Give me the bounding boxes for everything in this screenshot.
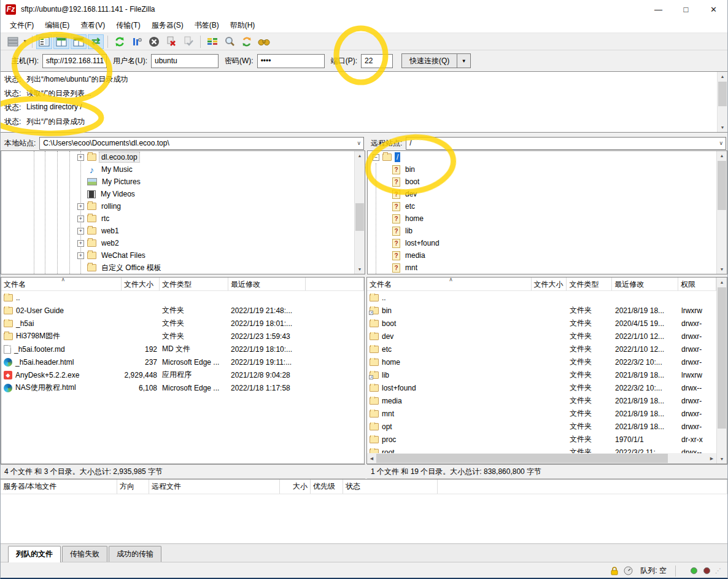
column-header-name[interactable]: 文件名∧	[367, 278, 532, 290]
reconnect-button[interactable]	[180, 34, 196, 49]
username-input[interactable]: ubuntu	[151, 54, 219, 68]
tree-item[interactable]: −/	[368, 151, 727, 163]
file-row[interactable]: ◆AnyDesk+5.2.2.exe2,929,448应用程序2021/12/8…	[1, 368, 364, 381]
find-files-button[interactable]	[222, 34, 238, 49]
toggle-remote-tree-button[interactable]	[71, 34, 87, 49]
expand-icon[interactable]: +	[77, 203, 84, 210]
expand-icon[interactable]: +	[77, 154, 84, 161]
file-row[interactable]: ..	[1, 291, 364, 304]
disconnect-button[interactable]	[163, 34, 179, 49]
refresh-button[interactable]	[112, 34, 128, 49]
scroll-down-icon[interactable]: ▼	[717, 454, 727, 464]
gauge-icon[interactable]	[624, 566, 633, 575]
column-header-type[interactable]: 文件类型	[160, 278, 228, 290]
column-header-type[interactable]: 文件类型	[567, 278, 612, 290]
file-row[interactable]: Hi3798M固件文件夹2022/1/23 1:59:43	[1, 330, 364, 343]
menu-edit[interactable]: 编辑(E)	[39, 18, 75, 33]
queue-column-priority[interactable]: 优先级	[311, 480, 343, 494]
tree-item[interactable]: ?mnt	[368, 262, 727, 274]
local-path-combo[interactable]: C:\Users\ecoo\Documents\dl.ecoo.top\ ∨	[39, 137, 364, 150]
maximize-button[interactable]: □	[672, 0, 700, 18]
scroll-down-icon[interactable]: ▼	[717, 265, 727, 274]
tree-item[interactable]: ?lost+found	[368, 237, 727, 249]
tree-item[interactable]: ?home	[368, 212, 727, 225]
tree-item[interactable]: +web1	[1, 225, 365, 237]
tree-item[interactable]: +dl.ecoo.top	[1, 151, 365, 163]
queue-column-size[interactable]: 大小	[280, 480, 311, 494]
minimize-button[interactable]: —	[645, 0, 672, 18]
column-header-modified[interactable]: 最近修改	[228, 278, 306, 290]
scroll-up-icon[interactable]: ▲	[718, 72, 727, 81]
tab-queued-files[interactable]: 列队的文件	[8, 546, 61, 562]
scroll-right-icon[interactable]: ▶	[707, 456, 716, 461]
file-row[interactable]: ..	[367, 291, 727, 304]
chevron-down-icon[interactable]: ∨	[357, 140, 361, 146]
column-header-permissions[interactable]: 权限	[678, 278, 716, 290]
local-tree-scrollbar[interactable]: ▲ ▼	[354, 151, 365, 274]
toggle-local-tree-button[interactable]	[53, 34, 69, 49]
column-header-modified[interactable]: 最近修改	[612, 278, 678, 290]
lock-icon[interactable]	[610, 566, 619, 575]
tree-item[interactable]: +WeChat Files	[1, 249, 365, 262]
menu-bookmarks[interactable]: 书签(B)	[189, 18, 225, 33]
tree-item[interactable]: ?bin	[368, 163, 727, 176]
quickconnect-dropdown[interactable]: ▼	[457, 53, 471, 68]
tree-item[interactable]: ♪My Music	[1, 163, 365, 176]
column-header-size[interactable]: 文件大小	[532, 278, 567, 290]
file-row[interactable]: boot文件夹2020/4/15 19...drwxr-	[367, 317, 727, 330]
expand-icon[interactable]: +	[77, 216, 84, 222]
collapse-icon[interactable]: −	[373, 154, 379, 161]
column-header-name[interactable]: 文件名∧	[1, 278, 122, 290]
tree-item[interactable]: ?media	[368, 249, 727, 262]
file-row[interactable]: proc文件夹1970/1/1dr-xr-x	[367, 433, 727, 446]
expand-icon[interactable]: +	[77, 240, 84, 247]
tree-item[interactable]: ?dev	[368, 188, 727, 200]
tree-item[interactable]: ?etc	[368, 200, 727, 212]
tree-item[interactable]: My Pictures	[1, 176, 365, 188]
synchronized-browsing-button[interactable]	[239, 34, 255, 49]
directory-compare-button[interactable]	[204, 34, 220, 49]
file-row[interactable]: _h5ai.footer.md192MD 文件2022/1/19 18:10:.…	[1, 343, 364, 356]
file-row[interactable]: NAS使用教程.html6,108Microsoft Edge ...2022/…	[1, 381, 364, 394]
file-row[interactable]: home文件夹2022/3/2 10:...drwxr-	[367, 356, 727, 368]
tab-failed-transfers[interactable]: 传输失败	[62, 546, 107, 562]
scroll-down-icon[interactable]: ▼	[718, 123, 727, 132]
resize-grip[interactable]: ⋰	[715, 567, 721, 574]
toggle-message-log-button[interactable]	[36, 34, 52, 49]
file-row[interactable]: opt文件夹2021/8/19 18...drwxr-	[367, 420, 727, 433]
tree-item[interactable]: +web2	[1, 237, 365, 249]
expand-icon[interactable]: +	[77, 228, 84, 235]
scroll-up-icon[interactable]: ▲	[717, 151, 727, 160]
file-row[interactable]: _h5ai.header.html237Microsoft Edge ...20…	[1, 356, 364, 368]
queue-column-status[interactable]: 状态	[343, 480, 438, 494]
cancel-button[interactable]	[146, 34, 162, 49]
menu-server[interactable]: 服务器(S)	[146, 18, 189, 33]
site-manager-dropdown[interactable]: ▼	[21, 34, 29, 49]
scroll-down-icon[interactable]: ▼	[355, 265, 365, 274]
process-queue-button[interactable]	[129, 34, 145, 49]
file-row[interactable]: ↗bin文件夹2021/8/19 18...lrwxrw	[367, 304, 727, 317]
quickconnect-button[interactable]: 快速连接(Q)	[401, 53, 457, 68]
search-button[interactable]	[256, 34, 272, 49]
file-row[interactable]: mnt文件夹2021/8/19 18...drwxr-	[367, 407, 727, 420]
port-input[interactable]: 22	[361, 54, 393, 68]
file-row[interactable]: lost+found文件夹2022/3/2 10:...drwx--	[367, 381, 727, 394]
expand-icon[interactable]: +	[77, 252, 84, 259]
scroll-up-icon[interactable]: ▲	[717, 278, 727, 287]
queue-column-server-local[interactable]: 服务器/本地文件	[1, 480, 117, 494]
toggle-transfer-queue-button[interactable]: ⇄	[88, 34, 104, 49]
tree-item[interactable]: 自定义 Office 模板	[1, 262, 365, 274]
chevron-down-icon[interactable]: ∨	[719, 140, 723, 146]
queue-column-direction[interactable]: 方向	[117, 480, 149, 494]
column-header-size[interactable]: 文件大小	[122, 278, 160, 290]
tree-item[interactable]: ?lib	[368, 225, 727, 237]
scroll-left-icon[interactable]: ◀	[367, 456, 376, 461]
tree-item[interactable]: +rolling	[1, 200, 365, 212]
log-scrollbar[interactable]: ▲ ▼	[717, 72, 727, 132]
file-row[interactable]: media文件夹2021/8/19 18...drwxr-	[367, 394, 727, 407]
remote-list-scrollbar[interactable]: ▲ ▼	[716, 278, 727, 464]
file-row[interactable]: _h5ai文件夹2022/1/19 18:01:...	[1, 317, 364, 330]
remote-tree-scrollbar[interactable]: ▲ ▼	[716, 151, 727, 274]
remote-hscrollbar[interactable]: ◀ ▶	[367, 453, 716, 464]
queue-column-remote-file[interactable]: 远程文件	[149, 480, 280, 494]
